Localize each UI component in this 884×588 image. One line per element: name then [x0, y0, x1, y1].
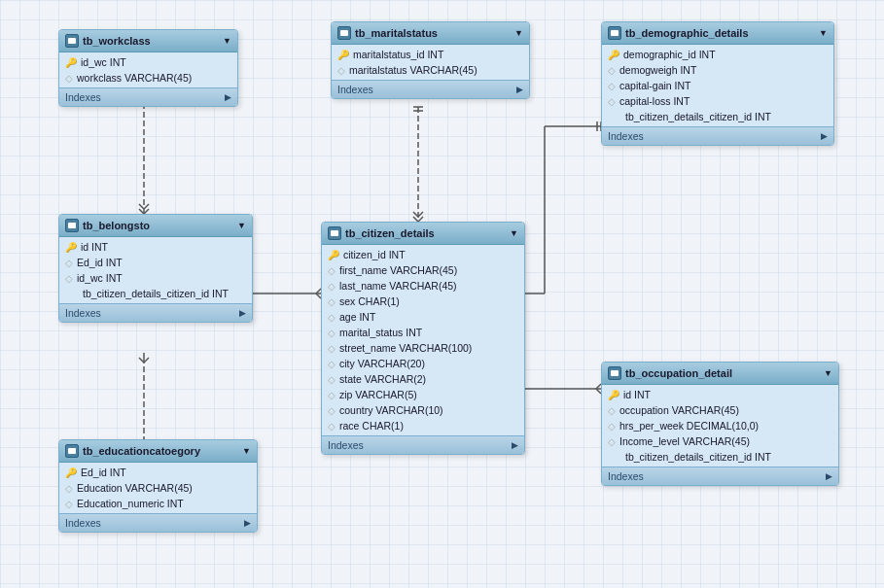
field-row: 🔑 id INT: [59, 239, 252, 255]
field-row: ◇ race CHAR(1): [322, 418, 524, 433]
field-row: ◇ maritalstatus VARCHAR(45): [332, 62, 529, 78]
field-row: 🔑 Ed_id INT: [59, 465, 257, 480]
fk-icon: ◇: [328, 390, 336, 400]
field-row: ◇ sex CHAR(1): [322, 294, 524, 309]
field-text: first_name VARCHAR(45): [339, 264, 457, 276]
fk-icon: ◇: [608, 421, 616, 432]
field-row: 🔑 id INT: [602, 387, 838, 402]
table-icon-occupation: [608, 366, 621, 380]
field-text-age: age INT: [339, 311, 375, 323]
table-name-workclass: tb_workclass: [83, 35, 151, 47]
indexes-row-demographic[interactable]: Indexes ▶: [602, 126, 833, 145]
field-text: tb_citizen_details_citizen_id INT: [625, 451, 771, 463]
indexes-label: Indexes: [65, 307, 101, 319]
fk-icon: ◇: [65, 73, 73, 84]
fk-icon: ◇: [65, 483, 73, 494]
indexes-row-belongsto[interactable]: Indexes ▶: [59, 303, 252, 322]
table-icon-workclass: [65, 34, 79, 48]
field-text: citizen_id INT: [343, 249, 406, 260]
indexes-arrow: ▶: [244, 518, 251, 528]
field-row: ◇ marital_status INT: [322, 325, 524, 340]
field-row: ◇ street_name VARCHAR(100): [322, 340, 524, 356]
indexes-row-occupation[interactable]: Indexes ▶: [602, 467, 838, 485]
table-body-maritalstatus: 🔑 maritalstatus_id INT ◇ maritalstatus V…: [332, 45, 529, 80]
dropdown-arrow-education[interactable]: ▼: [242, 446, 251, 456]
pk-icon: 🔑: [65, 467, 77, 478]
table-header-demographic[interactable]: tb_demographic_details ▼: [602, 22, 833, 45]
indexes-row-maritalstatus[interactable]: Indexes ▶: [332, 80, 529, 98]
table-name-occupation: tb_occupation_detail: [625, 367, 732, 379]
field-text: last_name VARCHAR(45): [339, 280, 457, 292]
table-name-maritalstatus: tb_maritalstatus: [355, 27, 438, 39]
fk-icon: ◇: [328, 328, 336, 338]
table-belongsto: tb_belongsto ▼ 🔑 id INT ◇ Ed_id INT ◇ id…: [58, 214, 253, 323]
field-row: tb_citizen_details_citizen_id INT: [602, 449, 838, 465]
field-text: sex CHAR(1): [339, 295, 400, 307]
fk-icon: ◇: [65, 258, 73, 268]
field-text: tb_citizen_details_citizen_id INT: [625, 111, 771, 122]
svg-line-4: [144, 204, 149, 209]
pk-icon: 🔑: [65, 57, 77, 68]
fk-icon: ◇: [337, 65, 345, 76]
field-row: tb_citizen_details_citizen_id INT: [602, 109, 833, 124]
dropdown-arrow-workclass[interactable]: ▼: [223, 36, 231, 46]
indexes-arrow: ▶: [225, 92, 231, 102]
field-text: demogweigh INT: [619, 64, 696, 76]
field-text: id_wc INT: [77, 272, 123, 284]
svg-line-25: [144, 358, 149, 363]
field-row: ◇ Income_level VARCHAR(45): [602, 433, 838, 449]
dropdown-arrow-citizen[interactable]: ▼: [510, 228, 518, 238]
table-name-education: tb_educationcatoegory: [83, 445, 200, 457]
table-body-demographic: 🔑 demographic_id INT ◇ demogweigh INT ◇ …: [602, 45, 833, 126]
dropdown-arrow-demographic[interactable]: ▼: [819, 28, 828, 38]
table-header-citizen[interactable]: tb_citizen_details ▼: [322, 223, 524, 245]
indexes-label: Indexes: [608, 470, 644, 482]
field-text: id INT: [623, 389, 651, 400]
field-row: ◇ Education_numeric INT: [59, 496, 257, 511]
table-body-occupation: 🔑 id INT ◇ occupation VARCHAR(45) ◇ hrs_…: [602, 385, 838, 467]
indexes-row-citizen[interactable]: Indexes ▶: [322, 435, 524, 454]
table-body-citizen: 🔑 citizen_id INT ◇ first_name VARCHAR(45…: [322, 245, 524, 435]
field-text: hrs_per_week DECIMAL(10,0): [619, 420, 759, 432]
pk-icon: 🔑: [328, 250, 339, 260]
fk-icon: ◇: [328, 343, 336, 354]
dropdown-arrow-maritalstatus[interactable]: ▼: [514, 28, 523, 38]
table-name-citizen: tb_citizen_details: [345, 227, 435, 239]
table-header-maritalstatus[interactable]: tb_maritalstatus ▼: [332, 22, 529, 45]
field-text: maritalstatus VARCHAR(45): [349, 64, 477, 76]
field-row: ◇ Ed_id INT: [59, 255, 252, 270]
table-header-education[interactable]: tb_educationcatoegory ▼: [59, 440, 257, 463]
field-row: 🔑 maritalstatus_id INT: [332, 47, 529, 62]
dropdown-arrow-occupation[interactable]: ▼: [824, 368, 832, 378]
table-header-occupation[interactable]: tb_occupation_detail ▼: [602, 363, 838, 385]
fk-icon: ◇: [65, 273, 73, 284]
pk-icon: 🔑: [608, 50, 619, 60]
table-header-workclass[interactable]: tb_workclass ▼: [59, 30, 237, 52]
svg-line-24: [139, 358, 144, 363]
table-name-belongsto: tb_belongsto: [83, 220, 150, 231]
fk-icon: ◇: [328, 281, 336, 292]
indexes-row-education[interactable]: Indexes ▶: [59, 513, 257, 532]
field-row: tb_citizen_details_citizen_id INT: [59, 286, 252, 301]
field-row: ◇ country VARCHAR(10): [322, 402, 524, 418]
fk-icon: ◇: [328, 405, 336, 416]
field-text: race CHAR(1): [339, 420, 404, 432]
indexes-arrow: ▶: [516, 85, 523, 94]
field-row: ◇ first_name VARCHAR(45): [322, 262, 524, 278]
indexes-row-workclass[interactable]: Indexes ▶: [59, 87, 237, 106]
indexes-label: Indexes: [608, 130, 644, 142]
table-name-demographic: tb_demographic_details: [625, 27, 749, 39]
field-row: ◇ state VARCHAR(2): [322, 371, 524, 387]
field-text: street_name VARCHAR(100): [339, 342, 472, 354]
indexes-label: Indexes: [65, 91, 101, 103]
field-row: ◇ hrs_per_week DECIMAL(10,0): [602, 418, 838, 433]
field-text: Ed_id INT: [81, 467, 126, 478]
field-text: city VARCHAR(20): [339, 358, 425, 369]
fk-icon: ◇: [608, 81, 616, 91]
table-header-belongsto[interactable]: tb_belongsto ▼: [59, 215, 252, 237]
fk-icon: ◇: [608, 405, 616, 416]
table-citizen-details: tb_citizen_details ▼ 🔑 citizen_id INT ◇ …: [321, 222, 525, 455]
svg-line-10: [413, 212, 418, 217]
table-body-education: 🔑 Ed_id INT ◇ Education VARCHAR(45) ◇ Ed…: [59, 463, 257, 513]
dropdown-arrow-belongsto[interactable]: ▼: [237, 221, 246, 230]
